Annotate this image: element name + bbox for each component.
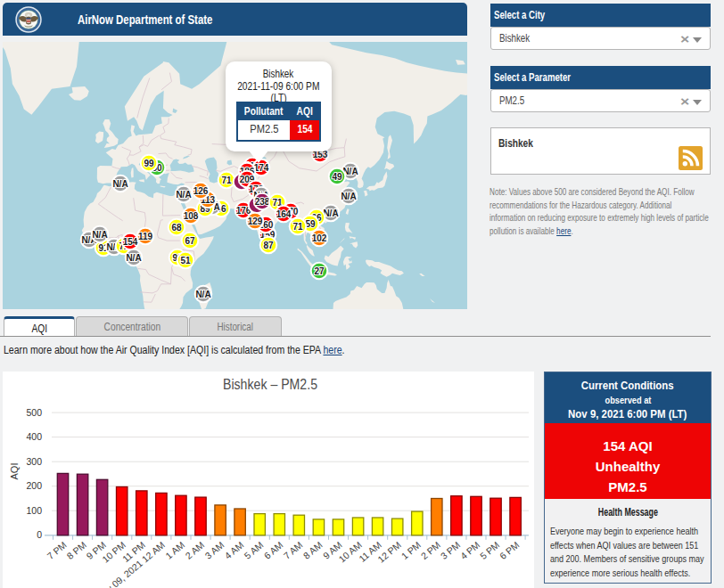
svg-text:71: 71 — [292, 222, 303, 232]
svg-text:68: 68 — [171, 223, 182, 233]
svg-text:N/A: N/A — [195, 290, 210, 299]
svg-text:27: 27 — [314, 266, 325, 276]
svg-text:8 AM: 8 AM — [301, 539, 325, 561]
svg-text:2 AM: 2 AM — [183, 539, 206, 561]
svg-text:300: 300 — [26, 456, 42, 467]
svg-text:N/A: N/A — [126, 253, 141, 263]
svg-text:71: 71 — [221, 176, 232, 185]
svg-text:6 AM: 6 AM — [262, 539, 285, 561]
svg-text:2 PM: 2 PM — [419, 539, 442, 561]
svg-text:5 PM: 5 PM — [478, 539, 501, 561]
svg-text:N/A: N/A — [112, 179, 128, 189]
svg-text:102: 102 — [312, 233, 327, 243]
svg-text:N/A: N/A — [176, 190, 191, 200]
svg-text:5 AM: 5 AM — [242, 539, 265, 561]
svg-text:7 PM: 7 PM — [45, 539, 68, 561]
svg-text:108: 108 — [184, 211, 199, 221]
svg-text:1 AM: 1 AM — [163, 539, 186, 561]
svg-text:49: 49 — [332, 172, 342, 182]
svg-text:99: 99 — [144, 159, 154, 168]
svg-text:7 AM: 7 AM — [282, 539, 305, 561]
svg-text:N/A: N/A — [92, 230, 107, 240]
svg-text:AQI: AQI — [9, 463, 20, 480]
svg-text:500: 500 — [26, 407, 42, 418]
svg-text:8 PM: 8 PM — [64, 539, 87, 561]
svg-text:51: 51 — [180, 256, 191, 265]
svg-text:1 PM: 1 PM — [399, 539, 423, 561]
svg-text:119: 119 — [138, 232, 153, 241]
svg-text:400: 400 — [26, 431, 42, 442]
svg-text:3 AM: 3 AM — [202, 539, 226, 561]
svg-text:67: 67 — [185, 236, 195, 246]
svg-text:6 PM: 6 PM — [498, 539, 521, 561]
svg-text:164: 164 — [276, 209, 292, 219]
svg-text:4 AM: 4 AM — [222, 539, 245, 561]
svg-text:238: 238 — [255, 197, 270, 207]
svg-text:154: 154 — [123, 237, 138, 247]
svg-text:200: 200 — [26, 480, 42, 491]
svg-text:N/A: N/A — [341, 192, 356, 201]
svg-text:0: 0 — [37, 529, 42, 540]
svg-text:Bishkek – PM2.5: Bishkek – PM2.5 — [223, 377, 317, 392]
svg-text:126: 126 — [193, 186, 209, 196]
svg-text:87: 87 — [263, 241, 274, 250]
svg-text:100: 100 — [26, 505, 42, 516]
svg-text:3 PM: 3 PM — [439, 539, 462, 561]
svg-text:129: 129 — [248, 216, 263, 226]
svg-text:4 PM: 4 PM — [458, 539, 481, 561]
